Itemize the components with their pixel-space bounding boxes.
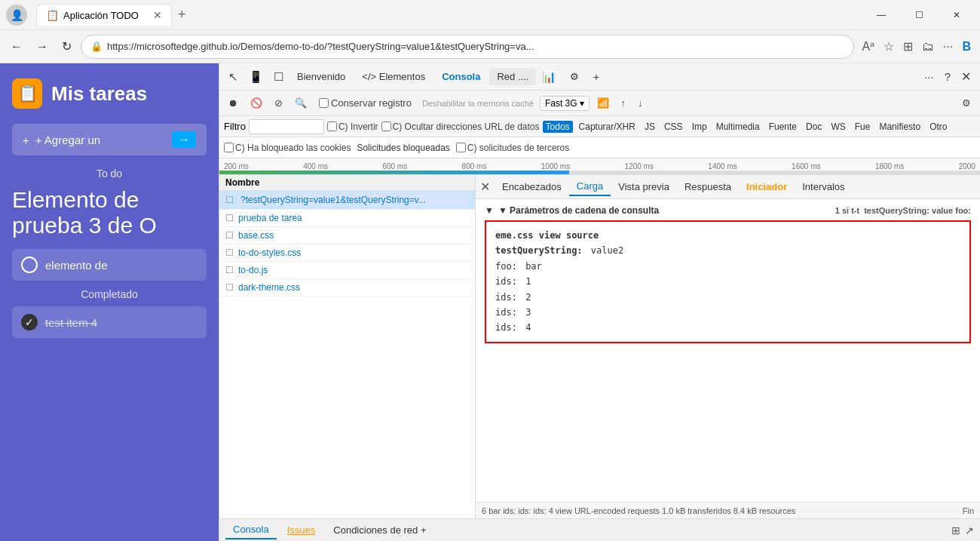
favorites-icon[interactable]: ☆	[880, 36, 897, 57]
add-item-button[interactable]: + + Agregar un →	[12, 124, 207, 155]
settings-network-icon[interactable]: ⚙	[957, 96, 975, 110]
tab-response[interactable]: Respuesta	[677, 178, 739, 195]
stop-recording-button[interactable]: 🚫	[246, 96, 267, 110]
close-button[interactable]: ✕	[939, 3, 974, 27]
tab-close-icon[interactable]: ✕	[153, 9, 162, 21]
wifi-icon[interactable]: 📶	[593, 96, 614, 110]
blocked-requests-btn[interactable]: Solicitudes bloqueadas	[354, 142, 452, 154]
filter-manifest-tab[interactable]: Manifiesto	[876, 121, 923, 133]
clear-log-button[interactable]: ⊘	[270, 96, 287, 110]
hide-urls-checkbox[interactable]: C) Ocultar direcciones URL de datos	[381, 121, 540, 132]
elements-box-icon[interactable]: ☐	[269, 68, 288, 86]
filter-img-tab[interactable]: Imp	[689, 121, 710, 133]
throttle-selector[interactable]: Fast 3G ▾	[540, 96, 590, 111]
tab-timing[interactable]: Intervalos	[795, 178, 852, 195]
add-button-label: + Agregar un	[35, 134, 100, 146]
tab-initiator[interactable]: Iniciador	[739, 178, 795, 195]
browser-nav-icons: Aᵃ ☆ ⊞ 🗂 ··· B	[859, 36, 974, 57]
read-aloud-icon[interactable]: Aᵃ	[859, 36, 877, 57]
more-options-icon[interactable]: ···	[940, 36, 956, 57]
upload-icon[interactable]: ↑	[617, 96, 631, 110]
network-row[interactable]: ☐ ?testQueryString=value1&testQueryStrin…	[219, 191, 475, 210]
collections-icon[interactable]: 🗂	[919, 36, 937, 57]
dock-icon[interactable]: ⊞	[951, 524, 960, 536]
back-button[interactable]: ←	[6, 37, 27, 57]
network-detail-panel: ✕ Encabezados Carga Vista previa Respues…	[476, 175, 980, 518]
network-row[interactable]: ☐ to-do-styles.css	[219, 244, 475, 262]
network-row[interactable]: ☐ base.css	[219, 227, 475, 244]
refresh-button[interactable]: ↻	[57, 36, 76, 57]
filter-all-tab[interactable]: Todos	[543, 121, 573, 133]
request-icon: ☐	[225, 195, 234, 205]
tab-preview[interactable]: Vista previa	[611, 178, 677, 195]
device-toolbar-icon[interactable]: 📱	[244, 68, 268, 86]
add-icon: +	[23, 134, 29, 146]
devtools-statusbar: 6 bar ids: ids: ids: 4 view URL-encoded …	[476, 502, 980, 518]
third-party-checkbox[interactable]: C) solicitudes de terceros	[456, 143, 569, 153]
more-tools-icon[interactable]: +	[588, 68, 604, 85]
bottom-tab-issues[interactable]: Issues	[280, 521, 323, 539]
filter-xhr-tab[interactable]: Capturar/XHR	[576, 121, 639, 133]
split-view-icon[interactable]: ⊞	[900, 36, 916, 57]
minimize-button[interactable]: —	[864, 3, 899, 27]
tab-payload[interactable]: Carga	[569, 177, 611, 196]
payload-row-3: ids: 1	[495, 274, 960, 289]
undock-icon[interactable]: ↗	[965, 524, 974, 536]
add-button-arrow-icon: →	[172, 131, 196, 148]
tab-headers[interactable]: Encabezados	[495, 178, 569, 195]
tab-consola[interactable]: Consola	[434, 68, 488, 85]
performance-icon[interactable]: 📊	[537, 68, 561, 86]
record-button[interactable]: ⏺	[224, 96, 243, 110]
devtools-help-icon[interactable]: ?	[940, 68, 955, 85]
network-row[interactable]: ☐ prueba de tarea	[219, 210, 475, 227]
search-network-button[interactable]: 🔍	[290, 96, 311, 110]
payload-row-4: ids: 2	[495, 290, 960, 305]
devtools-more-icon[interactable]: ···	[920, 68, 939, 85]
forward-button[interactable]: →	[32, 37, 53, 57]
list-item-todo[interactable]: elemento de	[12, 249, 207, 281]
network-row-name: to-do.js	[238, 265, 469, 275]
cookies-blocked-checkbox[interactable]: C) Ha bloqueado las cookies	[224, 143, 351, 153]
todo-item-circle	[21, 257, 38, 273]
filter-js-tab[interactable]: JS	[642, 121, 658, 133]
timeline-label: 600 ms	[382, 162, 407, 171]
tab-settings[interactable]: ⚙	[562, 68, 586, 85]
user-avatar: 👤	[6, 5, 27, 26]
network-row[interactable]: ☐ dark-theme.css	[219, 279, 475, 297]
address-bar[interactable]: 🔒 https://microsoftedge.github.io/Demos/…	[81, 35, 854, 59]
network-row[interactable]: ☐ to-do.js	[219, 262, 475, 279]
payload-key-4: ids:	[495, 292, 517, 303]
tab-red[interactable]: Red ....	[489, 68, 536, 85]
filter-font-tab[interactable]: Fuente	[766, 121, 800, 133]
list-item-completed[interactable]: ✓ test item 4	[12, 306, 207, 338]
tab-title: Aplicación TODO	[63, 10, 149, 21]
filter-input[interactable]	[249, 119, 324, 134]
inspect-element-icon[interactable]: ↖	[224, 68, 243, 86]
filter-doc-tab[interactable]: Doc	[803, 121, 825, 133]
browser-tab[interactable]: 📋 Aplicación TODO ✕	[36, 4, 172, 26]
filter-fue-tab[interactable]: Fue	[852, 121, 874, 133]
devtools-bottombar: Consola Issues Condiciones de red + ⊞ ↗	[219, 518, 980, 541]
devtools-close-icon[interactable]: ✕	[957, 67, 975, 86]
section-value: testQueryString: value foo:	[864, 206, 971, 215]
window-controls: — ☐ ✕	[864, 3, 974, 27]
preserve-log-checkbox[interactable]: Conservar registro	[314, 96, 416, 110]
tab-bienvenido[interactable]: Bienvenido	[289, 68, 353, 85]
new-tab-button[interactable]: +	[172, 4, 192, 26]
filter-css-tab[interactable]: CSS	[661, 121, 686, 133]
maximize-button[interactable]: ☐	[902, 3, 936, 27]
detail-close-button[interactable]: ✕	[480, 180, 490, 194]
tab-elementos[interactable]: </> Elementos	[354, 68, 433, 85]
timeline-label: 2000	[959, 162, 975, 171]
filter-media-tab[interactable]: Multimedia	[713, 121, 763, 133]
bing-copilot-icon[interactable]: B	[959, 36, 974, 57]
filter-ws-tab[interactable]: WS	[828, 121, 848, 133]
download-icon[interactable]: ↓	[633, 96, 648, 110]
bottom-network-conditions[interactable]: Condiciones de red +	[326, 524, 948, 536]
todo-sidebar: 📋 Mis tareas + + Agregar un → To do Elem…	[0, 63, 219, 541]
bottom-icons: ⊞ ↗	[951, 524, 974, 536]
bottom-tab-console[interactable]: Consola	[225, 521, 277, 539]
devtools-second-toolbar: ⏺ 🚫 ⊘ 🔍 Conservar registro Deshabilitar …	[219, 91, 980, 116]
invert-checkbox[interactable]: C) Invertir	[327, 121, 378, 132]
filter-other-tab[interactable]: Otro	[926, 121, 950, 133]
